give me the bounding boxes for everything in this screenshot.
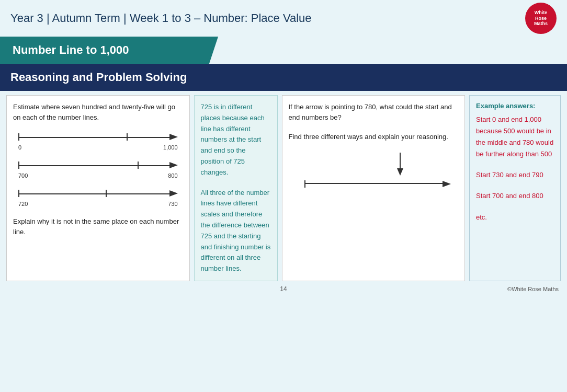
subquestion-text: Explain why it is not in the same place … (13, 216, 183, 237)
example-answer1: Start 0 and end 1,000 because 500 would … (476, 114, 554, 160)
answer1-text2: All three of the number lines have diffe… (201, 188, 271, 274)
answer1-text1: 725 is in different places because each … (201, 102, 271, 178)
nl3-end: 730 (168, 201, 177, 207)
arrow-diagram (289, 153, 459, 189)
question1-text: Estimate where seven hundred and twenty-… (13, 102, 183, 122)
number-line-1: 0 1,000 (13, 132, 183, 151)
panel-examples: Example answers: Start 0 and end 1,000 b… (469, 95, 561, 281)
main-content: Estimate where seven hundred and twenty-… (0, 91, 567, 281)
header-title: Year 3 | Autumn Term | Week 1 to 3 – Num… (10, 11, 312, 25)
question2-text2: Find three different ways and explain yo… (289, 132, 459, 142)
logo: White Rose Maths (525, 3, 557, 34)
question2-text1: If the arrow is pointing to 780, what co… (289, 102, 459, 122)
example-answer2: Start 730 and end 790 (476, 169, 554, 181)
panel-question2: If the arrow is pointing to 780, what co… (282, 95, 466, 281)
teal-banner-text: Number Line to 1,000 (13, 43, 129, 57)
number-line-2: 700 800 (13, 160, 183, 179)
copyright: ©White Rose Maths (507, 286, 559, 292)
footer: 14 ©White Rose Maths (0, 281, 567, 297)
header: Year 3 | Autumn Term | Week 1 to 3 – Num… (0, 0, 567, 37)
page-number: 14 (280, 285, 287, 293)
down-arrow (397, 153, 403, 176)
teal-banner: Number Line to 1,000 (0, 37, 225, 64)
panel-question1: Estimate where seven hundred and twenty-… (6, 95, 190, 281)
example-answer3: Start 700 and end 800 (476, 190, 554, 202)
logo-line2: Rose (535, 16, 547, 21)
dark-banner: Reasoning and Problem Solving (0, 64, 567, 91)
teal-banner-wrapper: Number Line to 1,000 (0, 37, 567, 64)
nl1-end: 1,000 (163, 144, 178, 151)
nl2-start: 700 (18, 172, 28, 179)
nl1-start: 0 (18, 144, 21, 151)
nl3-start: 720 (18, 201, 28, 207)
logo-line3: Maths (534, 21, 548, 27)
logo-line1: White (535, 10, 548, 16)
nl2-end: 800 (168, 172, 177, 179)
example-title: Example answers: (476, 102, 554, 110)
example-answer4: etc. (476, 212, 554, 223)
number-line-3: 720 730 (13, 188, 183, 207)
dark-banner-text: Reasoning and Problem Solving (10, 71, 187, 84)
panel-answer1: 725 is in different places because each … (194, 95, 278, 281)
header-title-text: Year 3 | Autumn Term | Week 1 to 3 – Num… (10, 11, 312, 25)
